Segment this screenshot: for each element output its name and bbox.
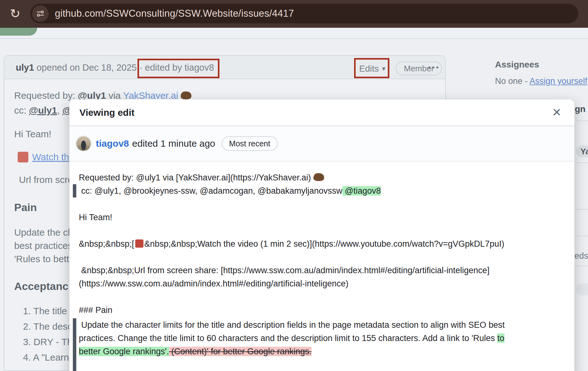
diff-line: ### Pain — [79, 303, 565, 317]
diff-text: Hi Team! — [79, 213, 112, 222]
bg-acceptance-heading: Acceptanc — [14, 280, 68, 292]
diff-text: &nbsp;&nbsp;[ — [79, 239, 134, 249]
bison-icon — [313, 173, 324, 181]
watch-video-link[interactable]: Watch th — [32, 152, 69, 162]
diff-text: &nbsp;&nbsp;Watch the video (1 min 2 sec… — [144, 239, 504, 249]
sidebar-fragment-top: gn to — [575, 104, 588, 114]
diff-line — [79, 358, 565, 371]
viewing-edit-modal: Viewing edit × tiagov8 edited 1 minute a… — [69, 99, 574, 371]
avatar[interactable] — [76, 136, 91, 151]
bg-pain-heading: Pain — [14, 201, 37, 214]
bg-watch-link: Watch th — [32, 152, 69, 162]
assignees-status: No one - Assign yourself — [495, 76, 587, 86]
edit-action-text: edited 1 minute ago — [132, 138, 215, 149]
sidebar-divider — [576, 209, 588, 210]
diff-del-segment: (Content)' for better Google rankings. — [169, 347, 311, 356]
site-settings-icon[interactable] — [32, 5, 49, 22]
diff-paragraph: ### Pain — [79, 303, 565, 317]
diff-paragraph: Hi Team! — [79, 211, 565, 224]
sidebar-divider — [576, 236, 588, 236]
red-square-icon — [135, 239, 143, 248]
edits-label: Edits — [359, 64, 379, 74]
assignees-heading: Assignees — [495, 60, 539, 70]
diff-text: &nbsp;&nbsp;Url from screen share: [http… — [79, 266, 490, 275]
red-square-icon — [18, 152, 28, 162]
label-badge-fragment[interactable] — [576, 283, 588, 295]
modal-title: Viewing edit — [79, 107, 134, 118]
screen: ↻ github.com/SSWConsulting/SSW.Website/i… — [0, 0, 588, 371]
diff-line: &nbsp;&nbsp;[&nbsp;&nbsp;Watch the video… — [79, 237, 565, 250]
diff-text: (https://www.ssw.com.au/admin/index.html… — [79, 279, 348, 288]
bg-url-fragment: Url from scre — [19, 174, 73, 185]
kebab-menu-icon[interactable]: ••• — [428, 60, 440, 75]
url-bar[interactable]: github.com/SSWConsulting/SSW.Website/iss… — [30, 4, 578, 23]
diff-paragraph: Update the character limits for the titl… — [79, 318, 565, 371]
edited-by-text[interactable]: edited by tiagov8 — [145, 62, 214, 73]
diff-text: Update the character limits for the titl… — [79, 320, 505, 330]
diff-line: better Google rankings'. (Content)' for … — [79, 345, 565, 358]
page-top-strip — [0, 28, 588, 39]
sidebar-divider — [576, 121, 588, 121]
browser-chrome: ↻ github.com/SSWConsulting/SSW.Website/i… — [0, 0, 588, 28]
sidebar-fragment-mid: eds t — [574, 251, 588, 261]
chevron-down-icon: ▾ — [382, 65, 386, 73]
bg-list-item: 4. A "Learn — [23, 352, 69, 363]
bison-icon — [181, 91, 191, 99]
label-badge-fragment[interactable]: Ya — [576, 145, 588, 157]
diff-paragraph: &nbsp;&nbsp;[&nbsp;&nbsp;Watch the video… — [79, 237, 565, 250]
edits-dropdown[interactable]: Edits ▾ — [355, 59, 390, 79]
most-recent-badge: Most recent — [222, 136, 278, 151]
editor-login-link[interactable]: tiagov8 — [96, 138, 129, 149]
bg-pain-line: Update the ch — [14, 227, 73, 238]
diff-content: Requested by: @uly1 via [YakShaver.ai](h… — [69, 162, 574, 371]
mention-link[interactable]: @uly1 — [29, 105, 57, 115]
diff-paragraph: &nbsp;&nbsp;Url from screen share: [http… — [79, 264, 565, 290]
separator-dot: · — [139, 62, 145, 73]
diff-add-segment: to — [497, 333, 504, 343]
comment-byline: uly1 opened on Dec 18, 2025 · edited by … — [16, 56, 214, 79]
bg-list-item: 2. The desc — [23, 321, 72, 332]
url-text: github.com/SSWConsulting/SSW.Website/iss… — [55, 8, 294, 19]
diff-add-segment: better Google rankings'. — [79, 347, 169, 356]
bg-list-item: 1. The title c — [23, 306, 74, 316]
diff-text: cc: @uly1, @brookjeynes-ssw, @adamcogan,… — [79, 186, 342, 196]
diff-line: Requested by: @uly1 via [YakShaver.ai](h… — [79, 171, 565, 184]
author-login[interactable]: uly1 — [16, 62, 34, 73]
diff-text: practices. Change the title limit to 60 … — [79, 333, 497, 343]
reload-icon[interactable]: ↻ — [6, 3, 24, 24]
modal-header: Viewing edit × — [69, 99, 574, 126]
edit-meta-row: tiagov8 edited 1 minute ago Most recent — [69, 126, 574, 162]
diff-add-segment: @tiagov8 — [342, 186, 381, 196]
diff-line: (https://www.ssw.com.au/admin/index.html… — [79, 277, 565, 290]
assign-yourself-link[interactable]: Assign yourself — [530, 76, 587, 86]
diff-line: Update the character limits for the titl… — [79, 318, 565, 332]
sidebar-divider — [576, 266, 588, 266]
diff-line: practices. Change the title limit to 60 … — [79, 332, 565, 345]
green-banner-fragment — [0, 28, 37, 36]
diff-line: Hi Team! — [79, 211, 565, 224]
comment-header: uly1 opened on Dec 18, 2025 · edited by … — [4, 56, 445, 79]
diff-line: &nbsp;&nbsp;Url from screen share: [http… — [79, 264, 565, 277]
diff-line: cc: @uly1, @brookjeynes-ssw, @adamcogan,… — [79, 184, 565, 197]
opened-text: opened on Dec 18, 2025 — [34, 62, 139, 73]
bg-list-item: 3. DRY - Th — [23, 337, 73, 347]
diff-text: Requested by: @uly1 via [YakShaver.ai](h… — [79, 173, 311, 182]
diff-paragraph: Requested by: @uly1 via [YakShaver.ai](h… — [79, 171, 565, 197]
close-icon[interactable]: × — [547, 103, 566, 121]
bg-pain-line: best practices — [14, 240, 73, 251]
sidebar-divider — [576, 162, 588, 163]
bg-cc-line: cc: @uly1, @b — [14, 105, 77, 116]
diff-text: ### Pain — [79, 305, 113, 315]
bg-pain-line: 'Rules to bette — [14, 254, 74, 264]
bg-greeting: Hi Team! — [14, 129, 51, 139]
